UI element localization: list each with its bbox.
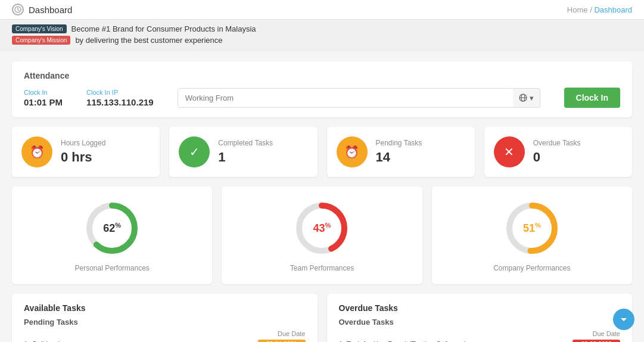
completed-value: 1 xyxy=(218,150,307,165)
personal-perf-card: 62% Personal Performances xyxy=(12,186,212,284)
vision-badge: Company's Vision xyxy=(12,24,67,33)
globe-dropdown-arrow: ▾ xyxy=(530,94,534,102)
attendance-card: Attendance Clock In 01:01 PM Clock In IP… xyxy=(12,61,632,117)
banners-section: Company's Vision Become #1 Brand for Con… xyxy=(0,20,644,52)
due-badge-1: 23-04-2021 xyxy=(258,340,306,342)
company-perf-card: 51% Company Performances xyxy=(432,186,632,284)
perf-row: 62% Personal Performances 43% Team Perfo… xyxy=(12,186,632,284)
attendance-title: Attendance xyxy=(24,71,620,80)
main-content: Attendance Clock In 01:01 PM Clock In IP… xyxy=(0,52,644,342)
clock-in-value: 01:01 PM xyxy=(24,97,63,107)
pending-label: Pending Tasks xyxy=(376,139,465,147)
working-from-input[interactable] xyxy=(178,88,540,108)
overdue-tasks-title: Overdue Tasks xyxy=(339,303,621,313)
available-due-label: Due Date xyxy=(278,330,305,337)
breadcrumb-home[interactable]: Home xyxy=(567,5,588,14)
overdue-icon-circle: ✕ xyxy=(494,136,525,167)
stat-pending-tasks: ⏰ Pending Tasks 14 xyxy=(327,127,475,177)
completed-icon-circle: ✓ xyxy=(179,136,210,167)
mission-badge: Company's Mission xyxy=(12,36,70,45)
pending-value: 14 xyxy=(376,150,465,165)
team-perf-card: 43% Team Performances xyxy=(222,186,422,284)
hours-label: Hours Logged xyxy=(61,139,150,147)
team-donut: 43% xyxy=(292,198,351,258)
globe-button[interactable]: ▾ xyxy=(513,88,540,108)
stat-overdue-tasks: ✕ Overdue Tasks 0 xyxy=(484,127,632,177)
pending-icon-circle: ⏰ xyxy=(337,136,368,167)
overdue-task-name-1: 1. Task for Key Result 'Testing Software… xyxy=(339,340,466,343)
stat-hours-logged: ⏰ Hours Logged 0 hrs xyxy=(12,127,160,177)
task-row: 1. Call leads 23-04-2021 xyxy=(24,340,306,342)
page-title: Dashboard xyxy=(29,5,72,15)
stat-completed-tasks: ✓ Completed Tasks 1 xyxy=(169,127,317,177)
vision-banner: Company's Vision Become #1 Brand for Con… xyxy=(12,24,632,33)
available-tasks-title: Available Tasks xyxy=(24,303,306,313)
dashboard-icon xyxy=(12,4,24,15)
company-donut: 51% xyxy=(502,198,562,258)
completed-info: Completed Tasks 1 xyxy=(218,139,307,165)
overdue-value: 0 xyxy=(533,150,623,165)
overdue-tasks-card: Overdue Tasks Overdue Tasks Due Date 1. … xyxy=(327,294,633,342)
pending-info: Pending Tasks 14 xyxy=(376,139,465,165)
x-icon: ✕ xyxy=(504,145,514,159)
pending-tasks-subtitle: Pending Tasks xyxy=(24,318,306,327)
hours-value: 0 hrs xyxy=(61,150,150,165)
vision-text: Become #1 Brand for Consumer Products in… xyxy=(71,24,256,33)
check-icon: ✓ xyxy=(189,145,200,159)
overdue-due-badge-1: 30-09-2020 xyxy=(573,340,620,342)
working-from-wrap: ▾ xyxy=(178,88,540,108)
overdue-info: Overdue Tasks 0 xyxy=(533,139,623,165)
available-tasks-list: 1. Call leads 23-04-2021 2. 10 new quota… xyxy=(24,340,306,342)
breadcrumb-current[interactable]: Dashboard xyxy=(594,5,632,14)
team-perf-value: 43% xyxy=(313,222,331,235)
completed-label: Completed Tasks xyxy=(218,139,307,147)
clock-icon: ⏰ xyxy=(30,145,45,159)
attendance-row: Clock In 01:01 PM Clock In IP 115.133.11… xyxy=(24,88,620,108)
clock-in-label: Clock In xyxy=(24,89,63,96)
overdue-task-row-1: 1. Task for Key Result 'Testing Software… xyxy=(339,340,621,342)
personal-perf-label: Personal Performances xyxy=(74,264,149,272)
personal-donut: 62% xyxy=(82,198,142,258)
overdue-due-label: Due Date xyxy=(593,330,620,337)
nav-left: Dashboard xyxy=(12,4,72,15)
bottom-row: Available Tasks Pending Tasks Due Date 1… xyxy=(12,294,632,342)
clock-in-button[interactable]: Clock In xyxy=(564,88,620,108)
clock-in-ip-label: Clock In IP xyxy=(86,89,154,96)
task-name-1: 1. Call leads xyxy=(24,340,63,343)
scroll-to-bottom-button[interactable] xyxy=(613,309,634,330)
personal-perf-value: 62% xyxy=(103,222,121,235)
hours-icon-circle: ⏰ xyxy=(21,136,52,167)
mission-text: by delivering the best customer experien… xyxy=(75,36,222,45)
overdue-label: Overdue Tasks xyxy=(533,139,623,147)
available-tasks-card: Available Tasks Pending Tasks Due Date 1… xyxy=(12,294,318,342)
mission-banner: Company's Mission by delivering the best… xyxy=(12,36,632,45)
breadcrumb-sep: / xyxy=(590,5,592,14)
overdue-tasks-subtitle: Overdue Tasks xyxy=(339,318,621,327)
hours-info: Hours Logged 0 hrs xyxy=(61,139,150,165)
team-perf-label: Team Performances xyxy=(290,264,354,272)
clock-in-ip-value: 115.133.110.219 xyxy=(86,97,154,107)
overdue-tasks-list: 1. Task for Key Result 'Testing Software… xyxy=(339,340,621,342)
breadcrumb: Home / Dashboard xyxy=(567,5,632,14)
pending-clock-icon: ⏰ xyxy=(344,145,359,159)
top-nav: Dashboard Home / Dashboard xyxy=(0,0,644,20)
company-perf-label: Company Performances xyxy=(493,264,570,272)
stats-row: ⏰ Hours Logged 0 hrs ✓ Completed Tasks 1… xyxy=(12,127,632,177)
company-perf-value: 51% xyxy=(523,222,541,235)
clock-in-field: Clock In 01:01 PM xyxy=(24,89,63,107)
clock-in-ip-field: Clock In IP 115.133.110.219 xyxy=(86,89,154,107)
